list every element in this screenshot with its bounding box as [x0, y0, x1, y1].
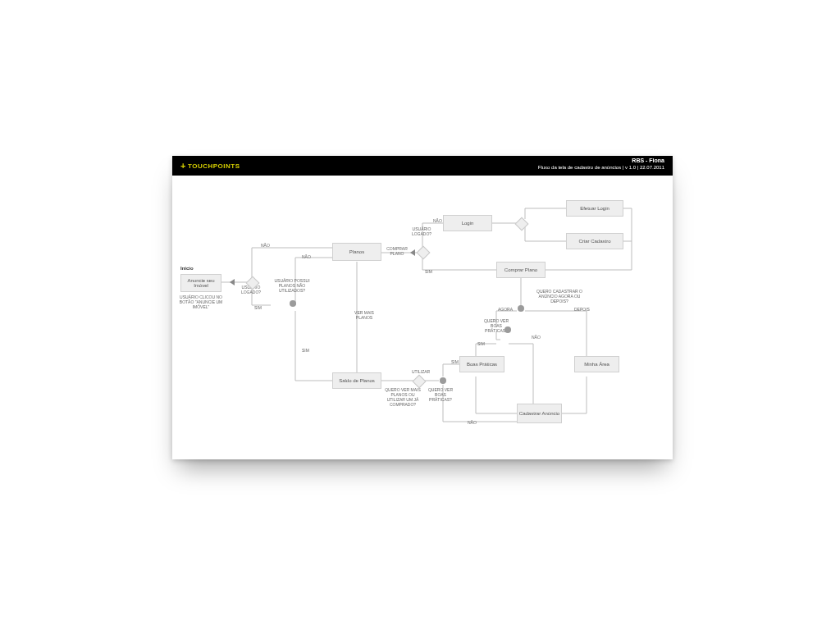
arrow-icon: [230, 279, 235, 285]
label-sim5: SIM: [451, 359, 459, 364]
label-sim: SIM: [254, 305, 262, 310]
node-text: Comprar Plano: [504, 267, 537, 272]
label-nao4: NÃO: [532, 335, 541, 340]
node-text: Boas Práticas: [467, 362, 497, 367]
label-sim2: SIM: [302, 348, 309, 353]
brand-text: TOUCHPOINTS: [188, 162, 240, 170]
node-login: Login: [443, 215, 492, 231]
node-minha-area: Minha Área: [574, 356, 619, 372]
document-page: + TOUCHPOINTS RBS - Fiona Fluxo da tela …: [172, 156, 673, 459]
note-anuncie: USUÁRIO CLICOU NO BOTÃO "ANUNCIE UM IMÓV…: [177, 294, 225, 309]
node-saldo-planos: Saldo de Planos: [332, 372, 381, 389]
project-subtitle: Fluxo da tela de cadastro de anúncios | …: [538, 164, 664, 171]
label-agora: AGORA: [498, 307, 513, 312]
label-possui-planos: USUÁRIO POSSUI PLANOS NÃO UTILIZADOS?: [274, 278, 310, 293]
label-q-boas2: QUERO VER BOAS PRÁTICAS?: [427, 387, 454, 402]
node-text: Anuncie seu Imóvel: [181, 278, 221, 288]
label-utilizar: UTILIZAR: [412, 369, 430, 374]
label-sim3: SIM: [425, 269, 432, 274]
label-q-ver-mais: QUERO VER MAIS PLANOS OU UTILIZAR UM JÁ …: [384, 387, 422, 407]
node-boas-praticas: Boas Práticas: [459, 356, 504, 372]
node-planos: Planos: [332, 243, 381, 261]
connectors: [172, 176, 673, 459]
node-text: Saldo de Planos: [339, 378, 375, 383]
label-comprar-plano-arrow: COMPRAR PLANO: [384, 246, 410, 256]
arrow-icon: [410, 249, 415, 256]
junction-dot: [290, 300, 296, 307]
node-text: Minha Área: [584, 362, 609, 367]
node-text: Login: [462, 221, 474, 226]
label-inicio: Início: [180, 266, 194, 271]
label-nao5: NÃO: [468, 420, 477, 425]
label-usuario-logado2: USUÁRIO LOGADO?: [407, 226, 436, 236]
plus-icon: +: [180, 161, 186, 171]
junction-dot-cadastrar: [518, 305, 524, 312]
node-text: Criar Cadastro: [578, 239, 610, 244]
junction-dot-boas2: [440, 377, 446, 384]
node-comprar-plano: Comprar Plano: [496, 262, 546, 278]
brand-logo: + TOUCHPOINTS: [180, 156, 240, 176]
label-nao2: NÃO: [302, 254, 311, 259]
flowchart-diagram: Início Anuncie seu Imóvel USUÁRIO CLICOU…: [172, 176, 673, 459]
node-text: Planos: [349, 249, 364, 254]
label-depois: DEPOIS: [574, 307, 590, 312]
header-bar: + TOUCHPOINTS RBS - Fiona Fluxo da tela …: [172, 156, 673, 176]
junction-dot-boas1: [504, 326, 511, 333]
node-cadastrar-anuncio: Cadastrar Anúncio: [517, 404, 562, 423]
label-nao3: NÃO: [433, 218, 442, 223]
node-criar-cadastro: Criar Cadastro: [566, 233, 623, 249]
label-ver-mais-planos: VER MAIS PLANOS: [351, 310, 377, 320]
node-text: Efetuar Login: [580, 206, 609, 211]
header-meta: RBS - Fiona Fluxo da tela de cadastro de…: [538, 158, 664, 171]
node-efetuar-login: Efetuar Login: [566, 200, 623, 217]
label-quero-cadastrar: QUERO CADASTRAR O ANÚNCIO AGORA OU DEPOI…: [530, 289, 589, 304]
node-text: Cadastrar Anúncio: [519, 411, 559, 416]
label-nao: NÃO: [261, 243, 270, 248]
project-title: RBS - Fiona: [538, 158, 664, 164]
label-sim4: SIM: [477, 341, 485, 346]
node-anuncie-imovel: Anuncie seu Imóvel: [180, 274, 221, 292]
